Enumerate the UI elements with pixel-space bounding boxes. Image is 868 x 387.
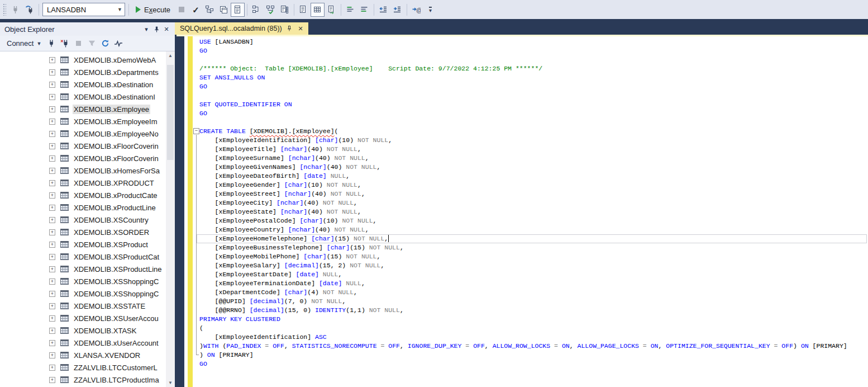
- tree-item[interactable]: +XDEMOLIB.xFloorCoverin: [0, 152, 166, 164]
- tree-item[interactable]: +XDEMOLIB.xEmployeeNo: [0, 128, 166, 140]
- outline-guide-end: [196, 355, 199, 355]
- expand-icon[interactable]: +: [49, 303, 55, 309]
- tree-item[interactable]: +XDEMOLIB.XTASK: [0, 324, 166, 337]
- include-live-query-statistics-icon[interactable]: [264, 3, 278, 17]
- expand-icon[interactable]: +: [49, 217, 55, 223]
- tree-item[interactable]: +XDEMOLIB.xProductCate: [0, 189, 166, 201]
- connect-icon[interactable]: [8, 3, 22, 17]
- expand-icon[interactable]: +: [49, 106, 55, 112]
- tree-item[interactable]: +XDEMOLIB.xFloorCoverin: [0, 140, 166, 152]
- tree-scrollbar[interactable]: ▲ ▼: [166, 51, 175, 387]
- parse-icon[interactable]: ✓: [189, 3, 203, 17]
- results-to-text-icon[interactable]: [297, 3, 311, 17]
- connect-button[interactable]: Connect ▼: [3, 37, 45, 50]
- expand-icon[interactable]: +: [49, 143, 55, 149]
- expand-icon[interactable]: +: [49, 180, 55, 186]
- expand-icon[interactable]: +: [49, 94, 55, 100]
- tree-item-label: XDEMOLIB.xDestinationI: [73, 92, 156, 102]
- available-databases-combobox[interactable]: LANSADBN ▼: [42, 3, 125, 16]
- pin-icon[interactable]: [286, 25, 293, 32]
- tree-item[interactable]: +XDEMOLIB.xUserAccount: [0, 337, 166, 349]
- code-line: ) ON [PRIMARY]: [199, 351, 867, 360]
- results-to-grid-icon[interactable]: [311, 3, 325, 17]
- scroll-thumb[interactable]: [167, 65, 174, 160]
- tree-item-label: XDEMOLIB.XPRODUCT: [73, 178, 155, 188]
- expand-icon[interactable]: +: [49, 242, 55, 248]
- object-explorer-panel: Object Explorer ▾ ✕ Connect ▼ ✕ +X: [0, 22, 175, 387]
- decrease-indent-icon[interactable]: [376, 3, 390, 17]
- expand-icon[interactable]: +: [49, 328, 55, 334]
- expand-icon[interactable]: +: [49, 119, 55, 125]
- expand-icon[interactable]: +: [49, 340, 55, 346]
- tree-item[interactable]: +ZZALVLIB.LTCCustomerL: [0, 361, 166, 374]
- expand-icon[interactable]: +: [49, 254, 55, 260]
- object-explorer-tree[interactable]: +XDEMOLIB.xDemoWebA+XDEMOLIB.xDepartment…: [0, 51, 175, 387]
- include-actual-execution-plan-icon[interactable]: [250, 3, 264, 17]
- tree-item[interactable]: +XDEMOLIB.xEmployee: [0, 103, 166, 115]
- expand-icon[interactable]: +: [49, 279, 55, 285]
- expand-icon[interactable]: +: [49, 57, 55, 63]
- include-client-statistics-icon[interactable]: [278, 3, 292, 17]
- tree-item[interactable]: +XDEMOLIB.XSShoppingC: [0, 275, 166, 287]
- window-position-icon[interactable]: ▾: [141, 24, 151, 34]
- expand-icon[interactable]: +: [49, 131, 55, 137]
- close-icon[interactable]: ✕: [161, 24, 171, 34]
- tree-item[interactable]: +XDEMOLIB.xHomesForSa: [0, 164, 166, 177]
- expand-icon[interactable]: +: [49, 315, 55, 322]
- tree-item[interactable]: +XDEMOLIB.XSORDER: [0, 226, 166, 238]
- tree-item[interactable]: +ZZALVLIB.LTCProductIma: [0, 374, 166, 386]
- expand-icon[interactable]: +: [49, 352, 55, 358]
- display-estimated-execution-plan-icon[interactable]: [203, 3, 217, 17]
- chevron-down-icon[interactable]: ▼: [115, 7, 125, 12]
- change-connection-icon[interactable]: [22, 3, 36, 17]
- expand-icon[interactable]: +: [49, 291, 55, 297]
- collapse-region-icon[interactable]: −: [193, 128, 199, 134]
- toolbar-overflow-button[interactable]: ▾: [423, 3, 437, 17]
- expand-icon[interactable]: +: [49, 192, 55, 199]
- connect-plug-icon[interactable]: [45, 37, 58, 50]
- intellisense-enabled-icon[interactable]: [231, 3, 245, 17]
- expand-icon[interactable]: +: [49, 168, 55, 174]
- tree-item[interactable]: +XDEMOLIB.XSCountry: [0, 214, 166, 226]
- tree-item[interactable]: +XDEMOLIB.xDestination: [0, 78, 166, 91]
- toolbar-grip[interactable]: [3, 3, 6, 16]
- specify-template-parameters-icon[interactable]: @: [409, 3, 423, 17]
- expand-icon[interactable]: +: [49, 377, 55, 383]
- tree-item[interactable]: +XDEMOLIB.XSUserAccou: [0, 312, 166, 324]
- tree-item[interactable]: +XDEMOLIB.xProductLine: [0, 201, 166, 214]
- tree-item[interactable]: +XDEMOLIB.XSShoppingC: [0, 287, 166, 300]
- expand-icon[interactable]: +: [49, 365, 55, 371]
- close-icon[interactable]: ✕: [297, 25, 304, 32]
- scroll-down-icon[interactable]: ▼: [166, 379, 175, 387]
- tree-item[interactable]: +XDEMOLIB.xDemoWebA: [0, 54, 166, 66]
- tree-item[interactable]: +XDEMOLIB.XSSTATE: [0, 300, 166, 312]
- query-options-icon[interactable]: [217, 3, 231, 17]
- activity-monitor-icon[interactable]: [112, 37, 125, 50]
- tree-item[interactable]: +XDEMOLIB.XSProductCat: [0, 251, 166, 263]
- results-to-file-icon[interactable]: [325, 3, 338, 17]
- document-tab[interactable]: SQLQuery1.sql...ocaladmin (85)) ✕: [175, 22, 308, 35]
- comment-lines-icon[interactable]: [344, 3, 357, 17]
- tree-item-label: XDEMOLIB.xFloorCoverin: [73, 141, 160, 151]
- expand-icon[interactable]: +: [49, 266, 55, 272]
- tree-item[interactable]: +XLANSA.XVENDOR: [0, 349, 166, 361]
- expand-icon[interactable]: +: [49, 205, 55, 211]
- pin-icon[interactable]: [151, 24, 161, 34]
- scroll-up-icon[interactable]: ▲: [166, 51, 175, 60]
- disconnect-icon[interactable]: ✕: [58, 37, 71, 50]
- tree-item[interactable]: +XDEMOLIB.xDestinationI: [0, 91, 166, 103]
- uncomment-lines-icon[interactable]: [357, 3, 371, 17]
- expand-icon[interactable]: +: [49, 69, 55, 75]
- tree-item[interactable]: +XDEMOLIB.xEmployeeIm: [0, 115, 166, 128]
- expand-icon[interactable]: +: [49, 155, 55, 162]
- expand-icon[interactable]: +: [49, 82, 55, 88]
- execute-button[interactable]: Execute: [131, 3, 175, 17]
- tree-item[interactable]: +XDEMOLIB.XSProduct: [0, 238, 166, 251]
- tree-item[interactable]: +XDEMOLIB.XSProductLine: [0, 263, 166, 275]
- code-area[interactable]: USE [LANSADBN]GO/****** Object: Table [X…: [199, 36, 867, 387]
- refresh-icon[interactable]: [98, 37, 112, 50]
- tree-item[interactable]: +XDEMOLIB.XPRODUCT: [0, 177, 166, 189]
- tree-item[interactable]: +XDEMOLIB.xDepartments: [0, 66, 166, 78]
- increase-indent-icon[interactable]: [390, 3, 404, 17]
- expand-icon[interactable]: +: [49, 229, 55, 235]
